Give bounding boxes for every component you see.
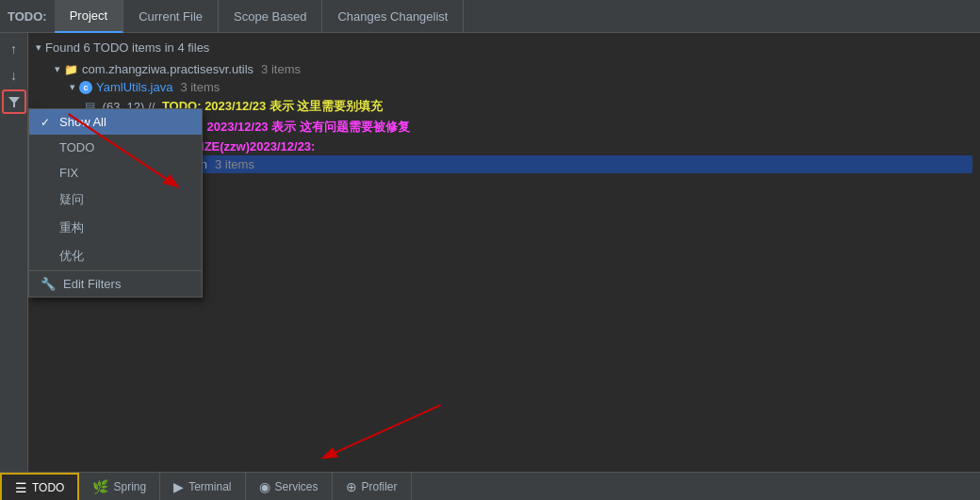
java-class-icon: c [79,81,92,94]
tab-current-file[interactable]: Current File [123,0,219,33]
left-toolbar: ↑ ↓ [0,33,28,472]
bottom-tab-profiler[interactable]: ⊕ Profiler [333,473,412,501]
scroll-up-button[interactable]: ↑ [2,37,26,61]
filter-refactor[interactable]: 重构 [29,214,202,242]
package1-chevron: ▾ [55,63,60,75]
checkmark-icon: ✓ [41,116,52,129]
tab-project[interactable]: Project [55,0,123,33]
scroll-down-button[interactable]: ↓ [2,63,26,88]
top-tab-bar: TODO: Project Current File Scope Based C… [0,0,980,33]
tree-summary: ▾ Found 6 TODO items in 4 files [36,39,972,56]
filter-optimize[interactable]: 优化 [29,242,202,270]
filter-dropdown: ✓ Show All TODO FIX 疑问 重构 [28,108,203,298]
services-icon: ◉ [259,479,270,494]
wrench-icon: 🔧 [41,277,56,291]
yamlutils-node[interactable]: ▾ c YamlUtils.java 3 items [36,78,972,96]
yamlutils-chevron: ▾ [70,81,75,93]
todo-bottom-icon: ☰ [15,480,27,495]
chevron-icon: ▾ [36,41,41,54]
main-area: ↑ ↓ ▾ Found 6 TODO items in 4 files ▾ 📁 … [0,33,980,472]
terminal-icon: ▶ [173,479,184,494]
bottom-tab-services[interactable]: ◉ Services [246,473,333,501]
spring-icon: 🌿 [92,479,108,494]
filter-fix[interactable]: FIX [29,160,202,185]
bottom-tab-todo[interactable]: ☰ TODO [0,473,79,501]
filter-show-all[interactable]: ✓ Show All [29,109,202,135]
bottom-tab-terminal[interactable]: ▶ Terminal [160,473,245,501]
package1-node[interactable]: ▾ 📁 com.zhangziwa.practisesvr.utils 3 it… [36,60,972,78]
tab-changes-changelist[interactable]: Changes Changelist [322,0,464,33]
filter-doubt[interactable]: 疑问 [29,185,202,214]
content-area: ▾ Found 6 TODO items in 4 files ▾ 📁 com.… [28,33,980,472]
folder-icon: 📁 [64,63,78,76]
filter-todo[interactable]: TODO [29,135,202,160]
profiler-icon: ⊕ [346,479,357,494]
todo-label: TODO: [8,9,47,24]
edit-filters-button[interactable]: 🔧 Edit Filters [29,270,202,297]
bottom-bar: ☰ TODO 🌿 Spring ▶ Terminal ◉ Services ⊕ … [0,472,980,500]
bottom-tab-spring[interactable]: 🌿 Spring [79,473,160,501]
tab-scope-based[interactable]: Scope Based [219,0,322,33]
filter-button[interactable] [2,89,26,114]
svg-marker-0 [8,97,20,107]
svg-line-2 [324,405,440,458]
